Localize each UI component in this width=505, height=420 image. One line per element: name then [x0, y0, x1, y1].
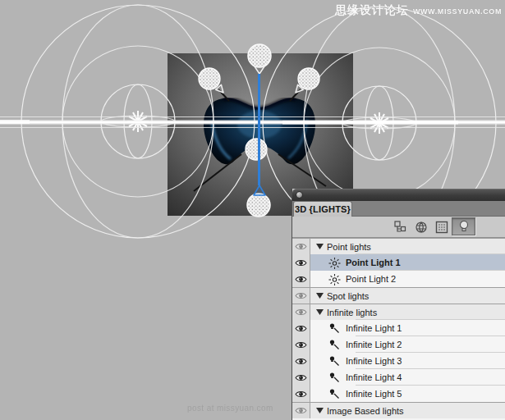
eye-icon — [295, 406, 307, 415]
light-row[interactable]: Infinite Light 4 — [292, 369, 505, 386]
materials-filter-icon[interactable] — [415, 221, 428, 234]
visibility-toggle[interactable] — [292, 239, 310, 254]
light-ball-center[interactable] — [246, 139, 267, 160]
light-ball-bottom[interactable] — [247, 194, 270, 217]
infinite-light-icon — [328, 339, 341, 351]
light-label: Image Based lights — [327, 406, 404, 416]
panel-toolbar — [292, 217, 505, 238]
tab-3d-lights[interactable]: 3D {LIGHTS} — [293, 201, 352, 217]
visibility-toggle[interactable] — [292, 369, 310, 386]
eye-icon — [295, 258, 307, 267]
point-light-icon — [328, 257, 341, 269]
light-row[interactable]: Infinite Light 5 — [292, 386, 505, 402]
watermark-url: WWW.MISSYUAN.COM — [413, 7, 502, 16]
light-group-row[interactable]: Point lights — [292, 238, 505, 254]
eye-icon — [295, 291, 307, 300]
light-group-row[interactable]: Infinite lights — [292, 304, 505, 320]
infinite-light-icon — [328, 388, 341, 400]
infinite-light-icon — [328, 322, 341, 335]
eye-icon — [295, 324, 307, 333]
light-row[interactable]: Point Light 2 — [292, 271, 505, 287]
visibility-toggle[interactable] — [292, 271, 310, 287]
visibility-toggle[interactable] — [292, 304, 310, 320]
point-light-icon — [328, 273, 341, 285]
eye-icon — [295, 357, 307, 366]
light-ball-top[interactable] — [248, 44, 271, 67]
light-row[interactable]: Point Light 1 — [292, 254, 505, 271]
disclosure-triangle-icon[interactable] — [316, 244, 324, 249]
visibility-toggle[interactable] — [292, 254, 310, 271]
light-row[interactable]: Infinite Light 2 — [292, 336, 505, 353]
panel-tab-bar: 3D {LIGHTS} — [292, 201, 505, 217]
disclosure-triangle-icon[interactable] — [316, 408, 324, 413]
eye-icon — [295, 390, 307, 399]
close-icon[interactable] — [296, 191, 303, 199]
3d-lights-panel: 3D {LIGHTS} — [292, 189, 505, 420]
eye-icon — [295, 340, 307, 349]
light-label: Infinite Light 3 — [346, 356, 402, 366]
meshes-filter-icon[interactable] — [435, 221, 448, 234]
light-ball-upper-left[interactable] — [199, 68, 220, 89]
eye-icon — [295, 275, 307, 284]
light-label: Infinite Light 5 — [346, 389, 402, 399]
light-label: Point Light 2 — [346, 274, 396, 284]
visibility-toggle[interactable] — [292, 386, 310, 402]
disclosure-triangle-icon[interactable] — [316, 293, 324, 299]
visibility-toggle[interactable] — [292, 288, 310, 304]
visibility-toggle[interactable] — [292, 336, 310, 353]
light-label: Spot lights — [327, 291, 369, 301]
light-label: Point Light 1 — [346, 258, 401, 267]
footer-watermark: post at missyuan.com — [187, 404, 273, 413]
light-ball-upper-right[interactable] — [298, 68, 319, 89]
light-label: Infinite lights — [327, 308, 377, 317]
lights-filter-button[interactable] — [452, 217, 475, 235]
infinite-light-icon — [328, 355, 341, 368]
light-group-row[interactable]: Image Based lights — [292, 402, 505, 418]
watermark-cn: 思缘设计论坛 — [335, 3, 409, 18]
infinite-light-icon — [328, 372, 341, 384]
site-watermark: 思缘设计论坛 WWW.MISSYUAN.COM — [335, 3, 502, 18]
lights-list: Point lights — [292, 238, 505, 420]
disclosure-triangle-icon[interactable] — [316, 309, 324, 315]
light-row[interactable]: Infinite Light 3 — [292, 353, 505, 369]
eye-icon — [295, 308, 307, 317]
light-label: Infinite Light 1 — [346, 323, 402, 333]
eye-icon — [295, 242, 307, 251]
scene-filter-icon[interactable] — [394, 221, 407, 234]
visibility-toggle[interactable] — [292, 320, 310, 336]
lights-filter-icon — [458, 220, 470, 233]
light-label: Infinite Light 4 — [346, 372, 402, 382]
visibility-toggle[interactable] — [292, 403, 310, 418]
light-row[interactable]: Infinite Light 1 — [292, 320, 505, 336]
visibility-toggle[interactable] — [292, 353, 310, 369]
panel-header[interactable] — [292, 189, 505, 201]
light-label: Point lights — [327, 242, 371, 252]
eye-icon — [295, 373, 307, 382]
light-label: Infinite Light 2 — [346, 340, 402, 349]
light-group-row[interactable]: Spot lights — [292, 287, 505, 304]
